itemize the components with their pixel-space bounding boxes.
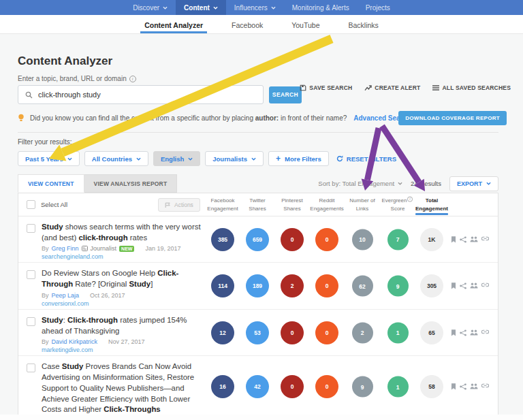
tip-bold: author:: [255, 114, 279, 122]
chevron-down-icon: [251, 157, 256, 161]
filter-label-text: Past 5 Years: [25, 155, 63, 163]
all-saved-searches-button[interactable]: ALL SAVED SEARCHES: [432, 84, 511, 91]
nav-item-projects[interactable]: Projects: [358, 0, 398, 15]
byline: ByGreg FinnJournalistNEWJan 19, 2017: [42, 245, 212, 252]
filter-label-text: More Filters: [285, 155, 321, 163]
subnav-item-backlinks[interactable]: Backlinks: [345, 15, 383, 33]
row-checkbox[interactable]: [27, 364, 35, 372]
filter-label-text: Journalists: [212, 155, 247, 163]
table-row: Case Study Proves Brands Can Now Avoid A…: [18, 356, 498, 418]
nav-item-label: Influencers: [234, 4, 268, 12]
bookmark-icon[interactable]: [451, 329, 456, 336]
filter-label-text: All Countries: [92, 155, 132, 163]
table-row: Do Review Stars on Google Help Click-Thr…: [18, 263, 498, 309]
title-segment: click-through: [78, 233, 127, 242]
metric-circle-twitter-shares: 659: [246, 228, 269, 251]
link-icon[interactable]: [481, 282, 489, 289]
download-coverage-report-button[interactable]: DOWNLOAD COVERAGE REPORT: [398, 111, 507, 125]
quick-action-label: ALL SAVED SEARCHES: [442, 84, 511, 91]
export-button[interactable]: EXPORT: [449, 176, 498, 191]
refresh-icon: [336, 155, 343, 162]
sort-by[interactable]: Sort by: Total Engagement: [318, 180, 402, 187]
result-title-link[interactable]: Case Study Proves Brands Can Now Avoid A…: [42, 361, 204, 415]
bookmark-icon[interactable]: [451, 282, 456, 289]
filter-english[interactable]: English: [153, 151, 200, 166]
actions-label: Actions: [174, 201, 193, 208]
nav-item-discover[interactable]: Discover: [125, 0, 176, 15]
users-icon[interactable]: [470, 282, 478, 289]
nav-item-monitoring-alerts[interactable]: Monitoring & Alerts: [284, 0, 358, 15]
column-header-total-engagement[interactable]: TotalEngagement: [411, 197, 453, 212]
metric-circle-facebook-engagement: 385: [211, 228, 234, 251]
chevron-down-icon: [188, 157, 193, 161]
metric-circle-facebook-engagement: 16: [211, 375, 234, 398]
tab-view-content[interactable]: VIEW CONTENT: [18, 174, 84, 193]
reset-filters-button[interactable]: RESET FILTERS: [336, 155, 396, 163]
filter-all-countries[interactable]: All Countries: [84, 151, 148, 166]
users-icon[interactable]: [470, 383, 478, 390]
create-alert-button[interactable]: CREATE ALERT: [364, 84, 420, 91]
actions-button[interactable]: Actions: [158, 198, 200, 212]
result-title-link[interactable]: Study shows search terms with the very w…: [42, 222, 204, 243]
row-checkbox[interactable]: [27, 317, 35, 326]
bookmark-icon[interactable]: [451, 383, 456, 390]
author-link[interactable]: Peep Laja: [52, 292, 80, 299]
domain-link[interactable]: conversionxl.com: [42, 300, 498, 307]
link-icon[interactable]: [481, 236, 489, 243]
filter-label-text: English: [161, 155, 184, 163]
subnav-item-youtube[interactable]: YouTube: [287, 15, 323, 33]
metric-circle-reddit-engagements: 0: [315, 321, 338, 344]
share-icon[interactable]: [460, 329, 466, 336]
filter-more-filters[interactable]: +More Filters: [268, 151, 329, 166]
nav-item-influencers[interactable]: Influencers: [226, 0, 284, 15]
quick-actions: SAVE SEARCHCREATE ALERTALL SAVED SEARCHE…: [300, 84, 511, 91]
sort-chevron-icon: [398, 182, 402, 185]
divider: [18, 132, 498, 133]
table-row: Study shows search terms with the very w…: [18, 216, 498, 263]
link-icon[interactable]: [481, 329, 489, 336]
search-button[interactable]: SEARCH: [269, 86, 302, 103]
new-badge: NEW: [119, 246, 134, 252]
users-icon[interactable]: [470, 329, 478, 336]
title-segment: Study: [129, 280, 151, 288]
title-segment: Study: [42, 316, 63, 324]
save-search-button[interactable]: SAVE SEARCH: [300, 84, 352, 91]
bookmark-icon[interactable]: [451, 236, 456, 243]
subnav-item-content-analyzer[interactable]: Content Analyzer: [140, 15, 207, 33]
author-link[interactable]: Greg Finn: [52, 245, 79, 252]
users-icon[interactable]: [470, 236, 478, 243]
info-icon[interactable]: i: [129, 76, 136, 82]
row-checkbox[interactable]: [27, 224, 35, 233]
search-icon: [25, 91, 33, 99]
result-title-link[interactable]: Study: Click-through rates jumped 154% a…: [42, 315, 204, 336]
select-all-checkbox[interactable]: [27, 200, 35, 209]
metric-circle-twitter-shares: 42: [246, 375, 269, 398]
result-title-link[interactable]: Do Review Stars on Google Help Click-Thr…: [42, 268, 204, 289]
share-icon[interactable]: [460, 383, 466, 390]
author-link[interactable]: David Kirkpatrick: [52, 338, 98, 345]
chevron-down-icon: [163, 6, 168, 10]
filter-past-5-years[interactable]: Past 5 Years: [18, 151, 80, 166]
sub-navbar: Content AnalyzerFacebookYouTubeBacklinks: [0, 15, 523, 34]
table-header: Select All Actions FacebookEngagementTwi…: [18, 193, 498, 216]
share-icon[interactable]: [460, 236, 466, 243]
total-engagement-badge: 65: [420, 321, 443, 344]
share-icon[interactable]: [460, 282, 466, 289]
metric-circle-evergreen-score: 1: [387, 322, 409, 343]
domain-link[interactable]: searchengineland.com: [42, 253, 498, 260]
domain-link[interactable]: marketingdive.com: [42, 346, 498, 353]
tab-view-analysis-report[interactable]: VIEW ANALYSIS REPORT: [84, 174, 178, 193]
row-checkbox[interactable]: [27, 270, 35, 279]
list-icon: [432, 85, 439, 91]
actions-icon: [165, 202, 171, 208]
subnav-item-facebook[interactable]: Facebook: [227, 15, 267, 33]
metric-circle-pinterest-shares: 0: [281, 321, 304, 344]
row-actions: [451, 236, 489, 243]
title-segment: Rate? [Original: [73, 280, 129, 288]
nav-item-content[interactable]: Content: [176, 0, 226, 15]
filter-journalists[interactable]: Journalists: [205, 151, 264, 166]
link-icon[interactable]: [481, 383, 489, 390]
top-navbar: DiscoverContentInfluencersMonitoring & A…: [0, 0, 523, 15]
chevron-down-icon: [67, 157, 72, 161]
search-input[interactable]: [38, 91, 256, 99]
